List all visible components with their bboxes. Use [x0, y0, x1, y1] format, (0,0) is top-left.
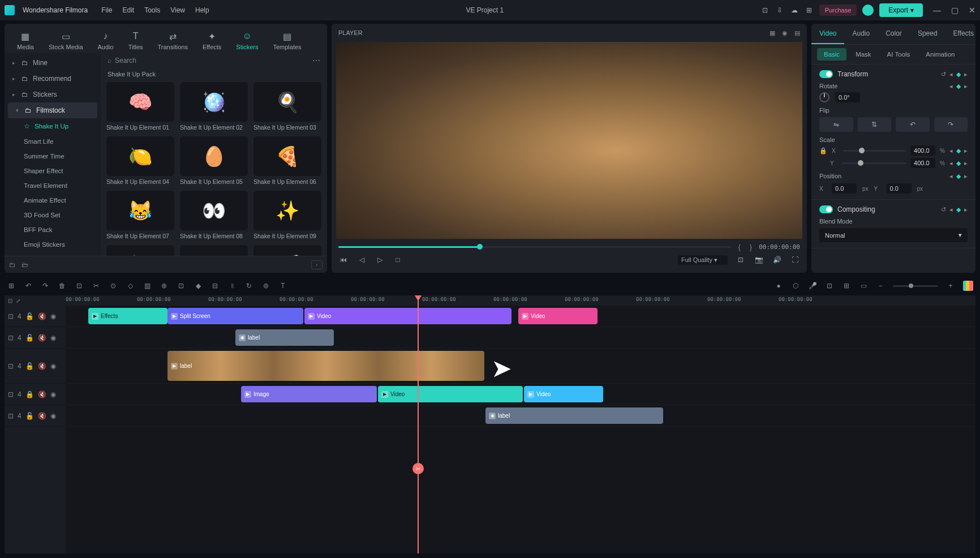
rotate-dial[interactable] [819, 92, 829, 102]
keyframe-icon[interactable]: ◆ [956, 206, 961, 213]
camera-icon[interactable]: 📷 [754, 255, 764, 265]
menu-help[interactable]: Help [195, 6, 209, 14]
keyframe-icon[interactable]: ◆ [956, 147, 961, 154]
more-options-icon[interactable]: ⋯ [312, 56, 320, 65]
scale-y-slider[interactable] [841, 162, 906, 164]
sticker-item[interactable]: 🎸Shake It Up Element 12 [253, 245, 321, 256]
track-3[interactable]: ▶label [66, 349, 975, 384]
prev-frame-button[interactable]: ⏮ [338, 255, 349, 265]
tool-icon[interactable]: ▥ [143, 282, 152, 290]
sidebar-sub-shaper-effect[interactable]: Shaper Effect [5, 164, 101, 178]
menu-tools[interactable]: Tools [144, 6, 160, 14]
visibility-icon[interactable]: ◉ [782, 29, 788, 37]
purchase-button[interactable]: Purchase [819, 5, 857, 16]
subtab-basic[interactable]: Basic [817, 48, 846, 61]
transform-toggle[interactable] [819, 70, 833, 78]
track-1[interactable]: ▶Effects ▶Split Screen ▶Video ▶Video [66, 306, 975, 327]
scale-x-slider[interactable] [843, 150, 906, 152]
new-folder-icon[interactable]: 🗀 [9, 261, 16, 269]
sticker-item[interactable]: 🍳Shake It Up Element 03 [253, 82, 321, 131]
playhead[interactable] [418, 295, 419, 553]
time-ruler[interactable]: 00:00:00:0000:00:00:0000:00:00:0000:00:0… [66, 295, 975, 306]
fullscreen-icon[interactable]: ⛶ [790, 255, 800, 265]
tool-icon[interactable]: ⊡ [825, 282, 834, 290]
delete-button[interactable]: 🗑 [58, 282, 67, 290]
snapshot-icon[interactable]: ▦ [770, 29, 775, 37]
subtab-ai-tools[interactable]: AI Tools [880, 48, 917, 61]
clip-image[interactable]: ▶Image [241, 386, 377, 402]
track-header-5[interactable]: ⊡4🔓🔇◉ [5, 405, 66, 427]
redo-button[interactable]: ↷ [41, 282, 50, 290]
volume-icon[interactable]: 🔊 [772, 255, 782, 265]
cloud-icon[interactable]: ☁ [790, 6, 799, 15]
clip-video-3[interactable]: ▶Video [378, 386, 523, 402]
reset-icon[interactable]: ↺ [941, 71, 946, 78]
tab-stickers[interactable]: ☺Stickers [230, 28, 264, 53]
mute-icon[interactable]: 🔇 [38, 334, 46, 342]
track-5[interactable]: ◉label [66, 405, 975, 427]
mute-icon[interactable]: 🔇 [38, 390, 46, 398]
tab-media[interactable]: ▦Media [11, 28, 40, 53]
sticker-item[interactable]: 🦅Shake It Up Element 10 [106, 245, 174, 256]
minimize-button[interactable]: — [933, 6, 941, 15]
sticker-item[interactable]: 👀Shake It Up Element 08 [180, 191, 248, 239]
track-header-1[interactable]: ⊡4🔓🔇◉ [5, 306, 66, 327]
keyframe-icon[interactable]: ◆ [956, 83, 961, 90]
mark-in-icon[interactable]: { [738, 243, 740, 251]
play-button[interactable]: ▷ [375, 255, 385, 265]
scale-y-value[interactable]: 400.0 [910, 158, 935, 168]
marker-icon[interactable]: ⬡ [791, 282, 800, 290]
lock-icon[interactable]: 🔓 [25, 412, 34, 420]
sticker-item[interactable]: 🪩Shake It Up Element 02 [180, 82, 248, 131]
rotate-left-button[interactable]: ↶ [896, 117, 930, 132]
sidebar-sub-shake-it-up[interactable]: ☆Shake It Up [5, 118, 101, 134]
clip-split-screen[interactable]: ▶Split Screen [167, 308, 303, 324]
clip-label[interactable]: ◉label [235, 329, 334, 346]
sticker-item[interactable]: ✨Shake It Up Element 09 [253, 191, 321, 239]
keyframe-icon[interactable]: ◆ [956, 160, 961, 167]
keyframe-icon[interactable]: ◆ [956, 173, 961, 180]
tool-icon[interactable]: ⊟ [210, 282, 220, 290]
sidebar-sub-animate-effect[interactable]: Animate Effect [5, 193, 101, 208]
inspector-tab-audio[interactable]: Audio [844, 24, 878, 44]
clip-main-video[interactable]: ▶label [167, 351, 484, 381]
sticker-item[interactable]: 🍋Shake It Up Element 04 [106, 136, 174, 185]
step-back-button[interactable]: ◁ [356, 255, 367, 265]
flip-vertical-button[interactable]: ⇅ [858, 117, 892, 132]
lock-icon[interactable]: 🔓 [25, 334, 34, 342]
preview-scrubber[interactable] [338, 246, 731, 248]
tracks-area[interactable]: 00:00:00:0000:00:00:0000:00:00:0000:00:0… [66, 295, 975, 553]
record-icon[interactable]: ● [774, 282, 783, 290]
lock-icon[interactable]: 🔓 [25, 362, 34, 370]
subtab-animation[interactable]: Animation [919, 48, 961, 61]
clip-label-2[interactable]: ◉label [485, 407, 663, 424]
sidebar-sub-travel-element[interactable]: Travel Element [5, 178, 101, 193]
quality-select[interactable]: Full Quality ▾ [678, 255, 728, 265]
scale-x-value[interactable]: 400.0 [910, 145, 935, 156]
zoom-in-button[interactable]: + [946, 282, 955, 290]
lock-icon[interactable]: 🔒 [819, 147, 827, 154]
mic-icon[interactable]: 🎤 [808, 282, 817, 290]
visibility-icon[interactable]: ◉ [50, 390, 56, 398]
track-header-2[interactable]: ⊡4🔓🔇◉ [5, 327, 66, 349]
user-avatar[interactable] [862, 5, 874, 16]
tab-audio[interactable]: ♪Audio [92, 28, 119, 53]
tool-icon[interactable]: ◇ [126, 282, 135, 290]
folder-link-icon[interactable]: 🗁 [22, 261, 28, 269]
stop-button[interactable]: □ [393, 255, 403, 265]
inspector-tab-video[interactable]: Video [811, 24, 844, 44]
position-x-value[interactable]: 0.0 [832, 183, 857, 194]
menu-edit[interactable]: Edit [123, 6, 135, 14]
apps-icon[interactable]: ⊞ [805, 6, 814, 15]
tool-icon[interactable]: ↻ [244, 282, 253, 290]
settings-icon[interactable]: ▤ [794, 29, 800, 37]
track-2[interactable]: ◉label [66, 327, 975, 349]
text-tool-icon[interactable]: T [278, 282, 287, 290]
clip-video-2[interactable]: ▶Video [518, 308, 598, 324]
tab-transitions[interactable]: ⇄Transitions [152, 28, 194, 53]
close-button[interactable]: ✕ [969, 6, 975, 15]
track-header-4[interactable]: ⊡4🔒🔇◉ [5, 384, 66, 405]
visibility-icon[interactable]: ◉ [50, 312, 56, 320]
clip-video-4[interactable]: ▶Video [524, 386, 603, 402]
keyframe-tool-icon[interactable]: ◆ [194, 282, 203, 290]
